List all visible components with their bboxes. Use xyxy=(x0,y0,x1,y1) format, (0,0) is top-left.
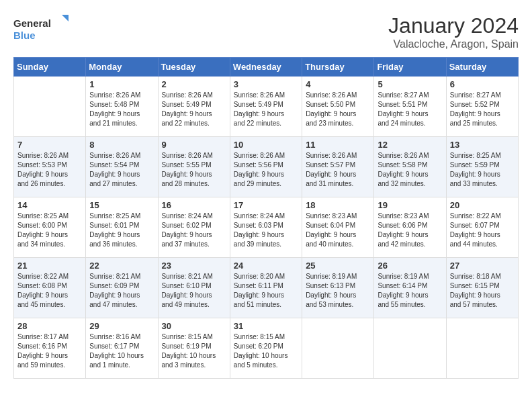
calendar-cell: 31Sunrise: 8:15 AMSunset: 6:20 PMDayligh… xyxy=(230,318,302,379)
cell-content: Sunrise: 8:26 AMSunset: 5:56 PMDaylight:… xyxy=(234,151,298,189)
calendar-cell: 15Sunrise: 8:25 AMSunset: 6:01 PMDayligh… xyxy=(86,197,158,258)
calendar-cell: 14Sunrise: 8:25 AMSunset: 6:00 PMDayligh… xyxy=(14,197,86,258)
calendar-cell: 6Sunrise: 8:27 AMSunset: 5:52 PMDaylight… xyxy=(446,77,518,137)
logo-svg: General Blue xyxy=(13,13,74,44)
header-friday: Friday xyxy=(374,58,446,77)
day-number: 29 xyxy=(89,321,154,331)
cell-content: Sunrise: 8:26 AMSunset: 5:48 PMDaylight:… xyxy=(89,91,154,128)
calendar-cell: 27Sunrise: 8:18 AMSunset: 6:15 PMDayligh… xyxy=(446,258,518,318)
header-monday: Monday xyxy=(86,58,158,77)
cell-content: Sunrise: 8:21 AMSunset: 6:10 PMDaylight:… xyxy=(162,272,226,310)
page-header: General Blue January 2024 Valacloche, Ar… xyxy=(13,13,519,50)
header-wednesday: Wednesday xyxy=(230,58,302,77)
cell-content: Sunrise: 8:16 AMSunset: 6:17 PMDaylight:… xyxy=(89,332,154,370)
day-number: 10 xyxy=(234,140,298,150)
day-number: 16 xyxy=(162,200,226,210)
day-number: 30 xyxy=(162,321,226,331)
calendar-cell: 30Sunrise: 8:15 AMSunset: 6:19 PMDayligh… xyxy=(158,318,230,379)
cell-content: Sunrise: 8:23 AMSunset: 6:04 PMDaylight:… xyxy=(306,212,370,249)
calendar-cell: 16Sunrise: 8:24 AMSunset: 6:02 PMDayligh… xyxy=(158,197,230,258)
header-sunday: Sunday xyxy=(14,58,86,77)
cell-content: Sunrise: 8:27 AMSunset: 5:51 PMDaylight:… xyxy=(378,91,442,128)
calendar-cell: 17Sunrise: 8:24 AMSunset: 6:03 PMDayligh… xyxy=(230,197,302,258)
day-number: 14 xyxy=(17,200,82,210)
title-area: January 2024 Valacloche, Aragon, Spain xyxy=(388,13,519,50)
day-number: 28 xyxy=(17,321,82,331)
day-number: 18 xyxy=(306,200,370,210)
day-number: 20 xyxy=(450,200,515,210)
cell-content: Sunrise: 8:26 AMSunset: 5:58 PMDaylight:… xyxy=(378,151,442,189)
day-number: 2 xyxy=(162,79,226,89)
calendar-cell: 22Sunrise: 8:21 AMSunset: 6:09 PMDayligh… xyxy=(86,258,158,318)
header-saturday: Saturday xyxy=(446,58,518,77)
day-number: 23 xyxy=(162,261,226,271)
svg-text:General: General xyxy=(13,17,51,29)
header-tuesday: Tuesday xyxy=(158,58,230,77)
calendar-cell: 29Sunrise: 8:16 AMSunset: 6:17 PMDayligh… xyxy=(86,318,158,379)
calendar-cell xyxy=(14,77,86,137)
cell-content: Sunrise: 8:24 AMSunset: 6:03 PMDaylight:… xyxy=(234,212,298,249)
cell-content: Sunrise: 8:26 AMSunset: 5:54 PMDaylight:… xyxy=(89,151,154,189)
cell-content: Sunrise: 8:25 AMSunset: 6:01 PMDaylight:… xyxy=(89,212,154,249)
calendar-cell: 5Sunrise: 8:27 AMSunset: 5:51 PMDaylight… xyxy=(374,77,446,137)
logo: General Blue xyxy=(13,13,74,44)
day-number: 11 xyxy=(306,140,370,150)
cell-content: Sunrise: 8:27 AMSunset: 5:52 PMDaylight:… xyxy=(450,91,515,128)
day-number: 12 xyxy=(378,140,442,150)
day-number: 6 xyxy=(450,79,515,89)
cell-content: Sunrise: 8:19 AMSunset: 6:14 PMDaylight:… xyxy=(378,272,442,310)
calendar-cell: 4Sunrise: 8:26 AMSunset: 5:50 PMDaylight… xyxy=(302,77,374,137)
calendar-table: SundayMondayTuesdayWednesdayThursdayFrid… xyxy=(13,57,519,379)
cell-content: Sunrise: 8:15 AMSunset: 6:20 PMDaylight:… xyxy=(234,332,298,370)
calendar-cell xyxy=(446,318,518,379)
day-number: 7 xyxy=(17,140,82,150)
day-number: 9 xyxy=(162,140,226,150)
calendar-cell: 2Sunrise: 8:26 AMSunset: 5:49 PMDaylight… xyxy=(158,77,230,137)
calendar-cell: 20Sunrise: 8:22 AMSunset: 6:07 PMDayligh… xyxy=(446,197,518,258)
cell-content: Sunrise: 8:18 AMSunset: 6:15 PMDaylight:… xyxy=(450,272,515,310)
day-number: 5 xyxy=(378,79,442,89)
day-number: 13 xyxy=(450,140,515,150)
calendar-cell: 26Sunrise: 8:19 AMSunset: 6:14 PMDayligh… xyxy=(374,258,446,318)
day-number: 1 xyxy=(89,79,154,89)
day-number: 25 xyxy=(306,261,370,271)
svg-marker-1 xyxy=(62,15,69,21)
cell-content: Sunrise: 8:24 AMSunset: 6:02 PMDaylight:… xyxy=(162,212,226,249)
cell-content: Sunrise: 8:22 AMSunset: 6:08 PMDaylight:… xyxy=(17,272,82,310)
cell-content: Sunrise: 8:26 AMSunset: 5:53 PMDaylight:… xyxy=(17,151,82,189)
calendar-cell: 10Sunrise: 8:26 AMSunset: 5:56 PMDayligh… xyxy=(230,137,302,197)
month-title: January 2024 xyxy=(388,13,519,38)
cell-content: Sunrise: 8:26 AMSunset: 5:50 PMDaylight:… xyxy=(306,91,370,128)
day-number: 21 xyxy=(17,261,82,271)
calendar-cell: 21Sunrise: 8:22 AMSunset: 6:08 PMDayligh… xyxy=(14,258,86,318)
calendar-cell: 7Sunrise: 8:26 AMSunset: 5:53 PMDaylight… xyxy=(14,137,86,197)
calendar-cell: 25Sunrise: 8:19 AMSunset: 6:13 PMDayligh… xyxy=(302,258,374,318)
header-thursday: Thursday xyxy=(302,58,374,77)
day-number: 15 xyxy=(89,200,154,210)
day-number: 4 xyxy=(306,79,370,89)
calendar-cell: 24Sunrise: 8:20 AMSunset: 6:11 PMDayligh… xyxy=(230,258,302,318)
day-number: 19 xyxy=(378,200,442,210)
day-number: 27 xyxy=(450,261,515,271)
svg-text:Blue: Blue xyxy=(13,30,36,41)
cell-content: Sunrise: 8:22 AMSunset: 6:07 PMDaylight:… xyxy=(450,212,515,249)
day-number: 31 xyxy=(234,321,298,331)
calendar-cell: 13Sunrise: 8:25 AMSunset: 5:59 PMDayligh… xyxy=(446,137,518,197)
calendar-cell: 23Sunrise: 8:21 AMSunset: 6:10 PMDayligh… xyxy=(158,258,230,318)
cell-content: Sunrise: 8:26 AMSunset: 5:49 PMDaylight:… xyxy=(234,91,298,128)
cell-content: Sunrise: 8:15 AMSunset: 6:19 PMDaylight:… xyxy=(162,332,226,370)
cell-content: Sunrise: 8:25 AMSunset: 5:59 PMDaylight:… xyxy=(450,151,515,189)
cell-content: Sunrise: 8:19 AMSunset: 6:13 PMDaylight:… xyxy=(306,272,370,310)
calendar-cell: 9Sunrise: 8:26 AMSunset: 5:55 PMDaylight… xyxy=(158,137,230,197)
calendar-cell: 12Sunrise: 8:26 AMSunset: 5:58 PMDayligh… xyxy=(374,137,446,197)
cell-content: Sunrise: 8:21 AMSunset: 6:09 PMDaylight:… xyxy=(89,272,154,310)
day-number: 26 xyxy=(378,261,442,271)
calendar-cell: 11Sunrise: 8:26 AMSunset: 5:57 PMDayligh… xyxy=(302,137,374,197)
calendar-cell xyxy=(302,318,374,379)
cell-content: Sunrise: 8:23 AMSunset: 6:06 PMDaylight:… xyxy=(378,212,442,249)
day-number: 3 xyxy=(234,79,298,89)
cell-content: Sunrise: 8:25 AMSunset: 6:00 PMDaylight:… xyxy=(17,212,82,249)
day-number: 17 xyxy=(234,200,298,210)
day-number: 22 xyxy=(89,261,154,271)
cell-content: Sunrise: 8:26 AMSunset: 5:57 PMDaylight:… xyxy=(306,151,370,189)
